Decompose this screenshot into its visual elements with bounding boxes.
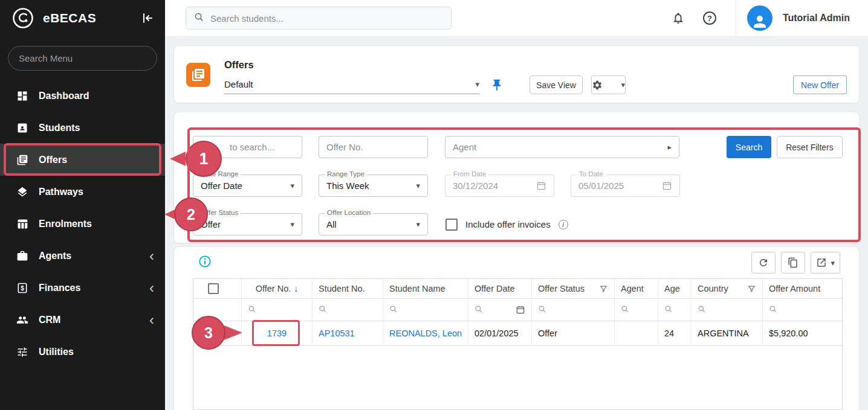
export-button[interactable]: ▾ bbox=[811, 252, 840, 274]
column-header-agent[interactable]: Agent bbox=[615, 279, 658, 299]
student-name-link[interactable]: REONALDS, Leon bbox=[389, 328, 462, 338]
sidebar-item-offers[interactable]: Offers bbox=[0, 144, 165, 176]
caret-down-icon: ▾ bbox=[416, 220, 420, 229]
field-label: Offer Location bbox=[325, 209, 373, 216]
sidebar-item-pathways[interactable]: Pathways bbox=[0, 176, 165, 208]
new-offer-button[interactable]: New Offer bbox=[793, 75, 847, 94]
copy-icon bbox=[788, 257, 798, 268]
grid-info-icon[interactable] bbox=[198, 255, 212, 268]
pin-view-icon[interactable] bbox=[490, 78, 504, 92]
sidebar-item-utilities[interactable]: Utilities bbox=[0, 336, 165, 368]
offer-no-link[interactable]: 1739 bbox=[267, 328, 287, 338]
from-date-field[interactable]: From Date 30/12/2024 bbox=[445, 175, 554, 197]
sidebar-item-label: Finances bbox=[39, 283, 80, 293]
students-icon bbox=[16, 122, 28, 134]
search-cell-agent[interactable] bbox=[615, 299, 658, 321]
reset-filters-button[interactable]: Reset Filters bbox=[777, 136, 843, 158]
column-header-offer-date[interactable]: Offer Date bbox=[468, 279, 532, 299]
column-header-offer-no[interactable]: Offer No. ↓ bbox=[242, 279, 313, 299]
page-title: Offers bbox=[224, 59, 254, 71]
cell-age: 24 bbox=[658, 321, 691, 346]
cell-agent bbox=[615, 321, 658, 346]
crm-icon bbox=[16, 314, 28, 326]
agent-combobox[interactable]: Agent ▸ bbox=[445, 136, 679, 158]
search-cell-student-no[interactable] bbox=[313, 299, 383, 321]
offers-icon bbox=[16, 154, 28, 166]
help-icon[interactable]: ? bbox=[701, 9, 719, 27]
column-header-student-name[interactable]: Student Name bbox=[383, 279, 468, 299]
search-cell-offer-no[interactable] bbox=[242, 299, 313, 321]
sidebar-item-agents[interactable]: Agents ‹ bbox=[0, 240, 165, 272]
info-icon[interactable]: i bbox=[559, 220, 568, 229]
column-header-offer-status[interactable]: Offer Status bbox=[532, 279, 615, 299]
search-cell-age[interactable] bbox=[658, 299, 691, 321]
cell-country: ARGENTINA bbox=[691, 321, 763, 346]
cell-offer-amount: $5,920.00 bbox=[763, 321, 843, 346]
sidebar-item-enrolments[interactable]: Enrolments bbox=[0, 208, 165, 240]
view-settings-button[interactable]: ▾ bbox=[591, 75, 626, 94]
sidebar-item-crm[interactable]: CRM ‹ bbox=[0, 304, 165, 336]
column-header-student-no[interactable]: Student No. bbox=[313, 279, 383, 299]
search-icon bbox=[389, 305, 398, 315]
calendar-icon bbox=[536, 181, 546, 191]
cell-offer-no: 1739 bbox=[242, 321, 313, 346]
caret-right-icon: ▸ bbox=[667, 143, 672, 152]
search-cell-student-name[interactable] bbox=[383, 299, 468, 321]
save-view-button[interactable]: Save View bbox=[530, 75, 583, 94]
sidebar-item-dashboard[interactable]: Dashboard bbox=[0, 80, 165, 112]
chevron-left-icon[interactable]: ‹ bbox=[149, 314, 154, 326]
select-all-checkbox[interactable] bbox=[208, 283, 219, 294]
chevron-left-icon[interactable]: ‹ bbox=[149, 250, 154, 262]
row-checkbox-cell bbox=[193, 321, 242, 346]
sidebar-item-label: Pathways bbox=[39, 187, 83, 197]
filter-funnel-icon[interactable] bbox=[747, 284, 756, 293]
search-button[interactable]: Search bbox=[727, 136, 771, 158]
date-range-select[interactable]: Date Range Offer Date ▾ bbox=[193, 175, 302, 197]
sidebar-item-label: Agents bbox=[39, 251, 71, 261]
offers-module-icon bbox=[186, 63, 210, 87]
search-cell-offer-amount[interactable] bbox=[763, 299, 843, 321]
filter-funnel-icon[interactable] bbox=[599, 284, 608, 293]
field-label: Offer Status bbox=[199, 209, 241, 216]
student-search[interactable] bbox=[186, 7, 452, 30]
enrolments-icon bbox=[16, 218, 28, 230]
grid-header-row: Offer No. ↓ Student No. Student Name Off… bbox=[193, 279, 842, 299]
refresh-button[interactable] bbox=[751, 252, 776, 274]
user-avatar[interactable] bbox=[747, 5, 772, 31]
column-header-offer-amount[interactable]: Offer Amount bbox=[763, 279, 843, 299]
student-search-input[interactable] bbox=[210, 13, 443, 24]
sidebar-item-students[interactable]: Students bbox=[0, 112, 165, 144]
include-invoices-label: Include offer invoices bbox=[465, 219, 551, 229]
field-value: 30/12/2024 bbox=[453, 181, 498, 191]
menu-search-input[interactable] bbox=[8, 46, 157, 71]
student-no-link[interactable]: AP10531 bbox=[319, 328, 355, 338]
search-cell-country[interactable] bbox=[691, 299, 763, 321]
offer-location-select[interactable]: Offer Location All ▾ bbox=[319, 213, 428, 235]
view-select-value: Default bbox=[224, 79, 253, 89]
copy-button[interactable] bbox=[781, 252, 805, 274]
calendar-icon[interactable] bbox=[516, 305, 525, 315]
offer-no-input[interactable] bbox=[319, 136, 428, 158]
view-select[interactable]: Default ▾ bbox=[224, 75, 479, 94]
sidebar-item-finances[interactable]: $ Finances ‹ bbox=[0, 272, 165, 304]
search-cell-offer-date[interactable] bbox=[468, 299, 532, 321]
topbar-divider bbox=[736, 0, 736, 36]
range-type-select[interactable]: Range Type This Week ▾ bbox=[319, 175, 428, 197]
filters-card: Agent ▸ Search Reset Filters Date Range … bbox=[173, 112, 860, 243]
column-header-age[interactable]: Age bbox=[658, 279, 691, 299]
offer-status-select[interactable]: Offer Status Offer ▾ bbox=[193, 213, 302, 235]
field-value: Offer Date bbox=[201, 181, 242, 191]
keyword-search-input[interactable] bbox=[193, 136, 302, 158]
field-value: This Week bbox=[326, 181, 369, 191]
include-invoices-row: Include offer invoices i bbox=[445, 213, 568, 235]
search-icon bbox=[248, 305, 256, 315]
chevron-left-icon[interactable]: ‹ bbox=[149, 282, 154, 294]
column-header-country[interactable]: Country bbox=[691, 279, 763, 299]
search-cell-offer-status[interactable] bbox=[532, 299, 615, 321]
collapse-sidebar-icon[interactable] bbox=[140, 10, 155, 26]
include-invoices-checkbox[interactable] bbox=[445, 219, 458, 231]
cell-student-no: AP10531 bbox=[313, 321, 383, 346]
notifications-bell-icon[interactable] bbox=[669, 9, 687, 27]
search-icon bbox=[474, 305, 483, 315]
to-date-field[interactable]: To Date 05/01/2025 bbox=[571, 175, 680, 197]
